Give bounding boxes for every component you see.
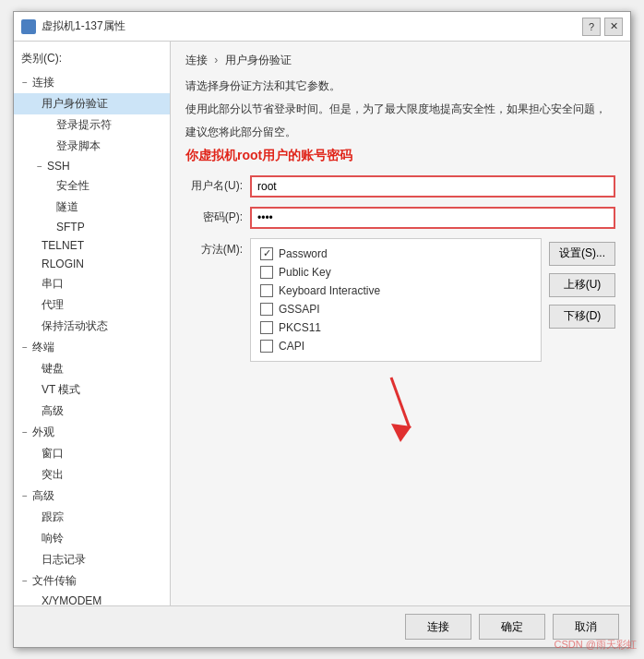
- sidebar-label-yong-hu: 用户身份验证: [42, 96, 108, 112]
- sidebar-label-ri-zhi: 日志记录: [42, 552, 86, 568]
- svg-marker-1: [391, 424, 411, 442]
- tree-container: −连接用户身份验证登录提示符登录脚本−SSH安全性隧道SFTPTELNETRLO…: [14, 72, 170, 605]
- ok-button[interactable]: 确定: [479, 614, 545, 640]
- methods-buttons: 设置(S)... 上移(U) 下移(D): [549, 238, 615, 329]
- app-icon: [21, 19, 36, 34]
- method-item-capi[interactable]: CAPI: [260, 337, 531, 355]
- sidebar-item-deng-lu-jiao[interactable]: 登录脚本: [14, 136, 170, 157]
- help-button[interactable]: ?: [582, 18, 601, 36]
- sidebar-item-gen-zong[interactable]: 跟踪: [14, 507, 170, 528]
- connect-button[interactable]: 连接: [405, 614, 471, 640]
- expand-icon-wen-jian[interactable]: −: [18, 576, 32, 586]
- category-label: 类别(C):: [14, 45, 170, 72]
- password-input[interactable]: [250, 207, 615, 229]
- checkbox-gssapi[interactable]: [260, 303, 273, 316]
- method-item-keyboard[interactable]: Keyboard Interactive: [260, 282, 531, 300]
- dialog-footer: 连接 确定 取消: [14, 605, 630, 647]
- sidebar-label-ling-sheng: 响铃: [42, 531, 64, 546]
- title-controls: ? ✕: [582, 18, 623, 36]
- method-label-capi: CAPI: [279, 340, 304, 353]
- sidebar-item-gao-ji-t[interactable]: 高级: [14, 401, 170, 422]
- method-item-publickey[interactable]: Public Key: [260, 263, 531, 282]
- sidebar-item-ri-zhi[interactable]: 日志记录: [14, 549, 170, 570]
- sidebar-label-vt: VT 模式: [42, 382, 80, 398]
- breadcrumb-sep: ›: [214, 54, 221, 66]
- settings-button[interactable]: 设置(S)...: [549, 242, 615, 266]
- title-bar-left: 虚拟机1-137属性: [21, 18, 125, 34]
- expand-icon-ssh[interactable]: −: [32, 162, 47, 172]
- expand-icon-wai-guan[interactable]: −: [18, 427, 32, 437]
- breadcrumb-part2: 用户身份验证: [225, 54, 292, 66]
- breadcrumb: 连接 › 用户身份验证: [185, 53, 615, 68]
- sidebar-label-jian-pan: 键盘: [42, 361, 64, 377]
- cancel-button[interactable]: 取消: [553, 614, 619, 640]
- method-label: 方法(M):: [185, 238, 250, 258]
- dialog-title: 虚拟机1-137属性: [42, 18, 125, 34]
- sidebar-item-an-quan[interactable]: 安全性: [14, 175, 170, 197]
- arrow-annotation: [373, 373, 428, 447]
- checkbox-pkcs11[interactable]: [260, 321, 273, 334]
- sidebar-item-chuan-kou[interactable]: 串口: [14, 273, 170, 294]
- move-down-button[interactable]: 下移(D): [549, 305, 615, 329]
- sidebar-item-vt[interactable]: VT 模式: [14, 379, 170, 401]
- sidebar-item-wen-jian[interactable]: −文件传输: [14, 570, 170, 592]
- checkbox-password[interactable]: [260, 247, 273, 260]
- sidebar-label-xy-modem: X/YMODEM: [42, 594, 101, 605]
- sidebar-label-an-quan: 安全性: [56, 178, 89, 194]
- sidebar-label-chuan-kou: 串口: [42, 276, 64, 292]
- sidebar-item-tu-chu[interactable]: 突出: [14, 464, 170, 485]
- sidebar-item-gao-ji[interactable]: −高级: [14, 485, 170, 507]
- highlight-text: 你虚拟机root用户的账号密码: [185, 148, 615, 164]
- sidebar-item-sftp[interactable]: SFTP: [14, 218, 170, 236]
- desc1: 请选择身份证方法和其它参数。: [185, 78, 615, 95]
- expand-icon-gao-ji[interactable]: −: [18, 491, 32, 501]
- sidebar-label-ssh: SSH: [47, 160, 70, 173]
- sidebar-item-lian-jie[interactable]: −连接: [14, 72, 170, 93]
- sidebar-label-deng-lu: 登录提示符: [56, 117, 112, 133]
- title-bar: 虚拟机1-137属性 ? ✕: [14, 12, 630, 42]
- method-label-gssapi: GSSAPI: [279, 303, 320, 316]
- sidebar-item-wai-guan[interactable]: −外观: [14, 422, 170, 443]
- sidebar-label-chuang-kou: 窗口: [42, 446, 64, 461]
- sidebar-item-rlogin[interactable]: RLOGIN: [14, 255, 170, 273]
- breadcrumb-part1: 连接: [185, 54, 208, 66]
- sidebar-label-sui-dao: 隧道: [56, 199, 78, 215]
- sidebar-label-gao-ji: 高级: [32, 488, 54, 504]
- sidebar-item-telnet[interactable]: TELNET: [14, 236, 170, 255]
- checkbox-publickey[interactable]: [260, 266, 273, 279]
- method-label-publickey: Public Key: [279, 266, 331, 279]
- checkbox-keyboard[interactable]: [260, 284, 273, 297]
- method-item-pkcs11[interactable]: PKCS11: [260, 318, 531, 337]
- method-item-gssapi[interactable]: GSSAPI: [260, 300, 531, 318]
- expand-icon-lian-jie[interactable]: −: [18, 78, 32, 88]
- sidebar-item-dai-li[interactable]: 代理: [14, 294, 170, 316]
- checkbox-capi[interactable]: [260, 340, 273, 353]
- sidebar-item-deng-lu[interactable]: 登录提示符: [14, 114, 170, 136]
- close-button[interactable]: ✕: [604, 18, 623, 36]
- svg-line-0: [391, 377, 410, 428]
- main-content: 连接 › 用户身份验证 请选择身份证方法和其它参数。 使用此部分以节省登录时间。…: [171, 42, 630, 605]
- username-group: 用户名(U):: [185, 175, 615, 198]
- method-label-password: Password: [279, 247, 328, 260]
- sidebar-item-ling-sheng[interactable]: 响铃: [14, 528, 170, 549]
- username-input[interactable]: [250, 175, 615, 198]
- sidebar-label-deng-lu-jiao: 登录脚本: [56, 138, 101, 154]
- sidebar-item-ssh[interactable]: −SSH: [14, 157, 170, 175]
- sidebar-label-rlogin: RLOGIN: [42, 258, 84, 270]
- sidebar-item-xy-modem[interactable]: X/YMODEM: [14, 592, 170, 605]
- sidebar-item-chuang-kou[interactable]: 窗口: [14, 443, 170, 464]
- sidebar-item-jian-pan[interactable]: 键盘: [14, 358, 170, 379]
- move-up-button[interactable]: 上移(U): [549, 273, 615, 297]
- sidebar-label-telnet: TELNET: [42, 239, 84, 252]
- password-group: 密码(P):: [185, 207, 615, 229]
- sidebar: 类别(C): −连接用户身份验证登录提示符登录脚本−SSH安全性隧道SFTPTE…: [14, 42, 171, 605]
- sidebar-item-yong-hu[interactable]: 用户身份验证: [14, 93, 170, 114]
- method-item-password[interactable]: Password: [260, 245, 531, 263]
- sidebar-label-dai-li: 代理: [42, 297, 64, 313]
- desc2: 使用此部分以节省登录时间。但是，为了最大限度地提高安全性，如果担心安全问题，: [185, 101, 615, 118]
- sidebar-item-zhong-duan[interactable]: −终端: [14, 337, 170, 358]
- desc3: 建议您将此部分留空。: [185, 124, 615, 141]
- sidebar-item-sui-dao[interactable]: 隧道: [14, 197, 170, 218]
- sidebar-item-bao-chi[interactable]: 保持活动状态: [14, 316, 170, 337]
- expand-icon-zhong-duan[interactable]: −: [18, 342, 32, 353]
